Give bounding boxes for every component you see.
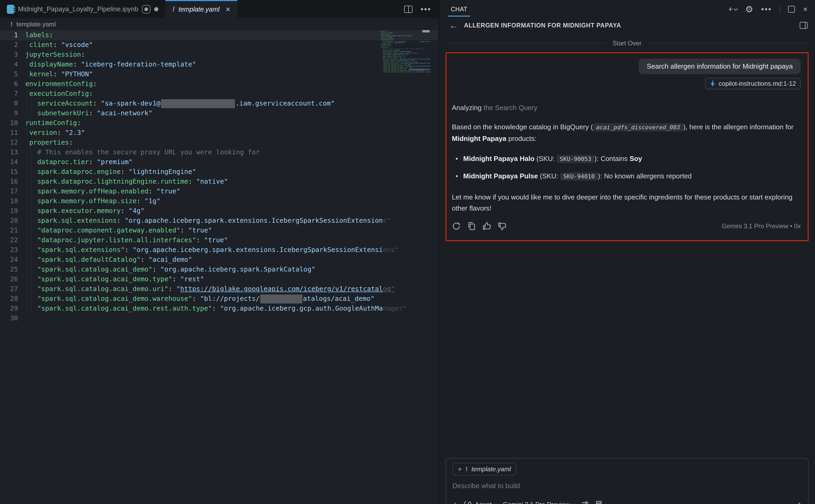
database-warning-icon[interactable] (595, 500, 604, 504)
code-line: 7 executionConfig: (0, 89, 439, 98)
chat-session-title: ALLERGEN INFORMATION FOR MIDNIGHT PAPAYA (464, 22, 621, 29)
chevron-down-icon (734, 6, 738, 11)
line-number: 6 (0, 79, 25, 89)
more-actions-icon[interactable]: ••• (420, 5, 431, 14)
redaction-box (161, 99, 235, 108)
line-number: 19 (0, 206, 25, 216)
mode-label: Agent (475, 501, 492, 504)
attachment-label: copilot-instructions.md:1-12 (719, 80, 796, 87)
line-number: 30 (0, 313, 25, 323)
code-line: 2 client: "vscode" (0, 40, 439, 50)
yaml-warning-icon: ! (11, 21, 13, 28)
download-arrow-icon (710, 80, 716, 87)
sliders-icon[interactable] (581, 500, 589, 504)
code-line: 1labels: (0, 30, 439, 40)
model-usage-label: Gemini 3.1 Pro Preview • 0x (722, 222, 801, 230)
line-number: 12 (0, 137, 25, 147)
code-line: 18 spark.memory.offHeap.size: "1g" (0, 196, 439, 206)
chat-title-row: ← ALLERGEN INFORMATION FOR MIDNIGHT PAPA… (439, 18, 815, 32)
code-line: 4 displayName: "iceberg-federation-templ… (0, 59, 439, 69)
code-editor[interactable]: 1labels:2 client: "vscode"3jupyterSessio… (0, 30, 439, 504)
redaction-box (260, 294, 302, 303)
code-line: 28 "spark.sql.catalog.acai_demo.warehous… (0, 294, 439, 303)
allergen-bullet-list: •Midnight Papaya Halo (SKU: SKU-90053): … (452, 153, 801, 182)
regenerate-icon[interactable] (452, 222, 461, 231)
line-number: 15 (0, 167, 25, 177)
redaction-box (424, 70, 425, 71)
code-line: 27 "spark.sql.catalog.acai_demo.uri": "h… (0, 284, 439, 294)
code-area: 1labels:2 client: "vscode"3jupyterSessio… (0, 30, 439, 323)
thumbs-down-icon[interactable] (498, 222, 507, 231)
code-line: 30 (381, 73, 430, 74)
context-chip[interactable]: + ! template.yaml (452, 463, 516, 476)
divider (780, 4, 780, 14)
code-line: 30 (0, 313, 439, 323)
minimap[interactable]: 1labels:2 client: "vscode"3jupyterSessio… (381, 31, 430, 74)
copy-icon[interactable] (467, 222, 476, 231)
tab-template-yaml[interactable]: ! template.yaml × (165, 0, 238, 18)
line-number: 29 (0, 303, 25, 313)
code-line: 9 subnetworkUri: "acai-network" (0, 108, 439, 118)
tab-chat[interactable]: CHAT (450, 1, 468, 18)
settings-gear-icon[interactable]: ⚙ (745, 4, 753, 15)
code-line: 26 "spark.sql.catalog.acai_demo.type": "… (0, 274, 439, 284)
code-line: 11 version: "2.3" (0, 128, 439, 137)
chevron-down-icon (572, 502, 576, 504)
thumbs-up-icon[interactable] (482, 222, 491, 231)
start-over-button[interactable]: Start Over (613, 40, 641, 47)
redaction-box (406, 41, 408, 42)
line-number: 3 (0, 50, 25, 59)
model-label: Gemini 3.1 Pro Preview (503, 501, 570, 504)
line-number: 28 (0, 294, 25, 303)
chat-input-box[interactable]: + ! template.yaml Describe what to build… (446, 458, 809, 504)
open-editor-panel-icon[interactable] (800, 22, 808, 29)
line-number: 4 (0, 59, 25, 69)
tab-notebook[interactable]: Midnight_Papaya_Loyalty_Pipeline.ipynb (0, 0, 165, 18)
chat-pane: CHAT + ⚙ ••• × ← ALLERGEN INFORMATION FO… (439, 0, 815, 504)
line-number: 18 (0, 196, 25, 206)
close-icon[interactable]: × (225, 4, 230, 14)
chat-body: Start Over Search allergen information f… (439, 32, 815, 504)
breadcrumb[interactable]: ! template.yaml (0, 18, 439, 30)
split-editor-icon[interactable] (404, 6, 413, 13)
prompt-input[interactable]: Describe what to build (452, 482, 802, 490)
add-context-icon: + (458, 465, 462, 473)
notebook-icon (7, 5, 14, 14)
code-line: 22 "dataproc.jupyter.listen.all.interfac… (0, 235, 439, 245)
line-number: 9 (0, 108, 25, 118)
code-line: 19 spark.executor.memory: "4g" (0, 206, 439, 216)
allergen-list-item: •Midnight Papaya Pulse (SKU: SKU-94010):… (456, 170, 801, 182)
attachment-chip[interactable]: copilot-instructions.md:1-12 (705, 78, 801, 89)
more-options-icon[interactable]: ••• (761, 5, 772, 14)
code-line: 13 # This enables the secure proxy URL y… (0, 147, 439, 157)
mode-selector[interactable]: Agent (463, 500, 497, 504)
line-number: 24 (0, 255, 25, 264)
send-button[interactable]: ↑ (797, 499, 802, 504)
new-chat-button[interactable]: + (728, 5, 737, 14)
close-panel-icon[interactable]: × (803, 5, 808, 14)
tab-indicator-icon (142, 5, 150, 13)
input-toolbar: + Agent Gemini 3.1 Pro Preview (452, 499, 802, 504)
back-arrow-icon[interactable]: ← (449, 20, 458, 31)
assistant-paragraph: Let me know if you would like me to dive… (452, 192, 801, 214)
code-line: 24 "spark.sql.defaultCatalog": "acai_dem… (0, 255, 439, 264)
maximize-panel-icon[interactable] (788, 6, 795, 13)
yaml-warning-icon: ! (172, 5, 175, 13)
code-line: 23 "spark.sql.extensions": "org.apache.i… (0, 245, 439, 255)
attach-plus-icon[interactable]: + (452, 500, 458, 504)
line-number: 8 (0, 98, 25, 108)
line-number: 21 (0, 225, 25, 235)
tab-label: template.yaml (178, 6, 220, 13)
line-number: 26 (0, 274, 25, 284)
editor-tab-bar: Midnight_Papaya_Loyalty_Pipeline.ipynb !… (0, 0, 439, 18)
analyzing-status[interactable]: Analyzing the Search Query (452, 104, 801, 112)
assistant-paragraph: Based on the knowledge catalog in BigQue… (452, 121, 801, 144)
line-number: 22 (0, 235, 25, 245)
scrollbar-thumb[interactable] (422, 30, 430, 32)
code-line: 20 spark.sql.extensions: "org.apache.ice… (0, 216, 439, 225)
line-number: 27 (0, 284, 25, 294)
highlighted-conversation-region: Search allergen information for Midnight… (446, 52, 809, 241)
line-number: 11 (0, 128, 25, 137)
line-number: 7 (0, 89, 25, 98)
model-selector[interactable]: Gemini 3.1 Pro Preview (503, 501, 575, 504)
